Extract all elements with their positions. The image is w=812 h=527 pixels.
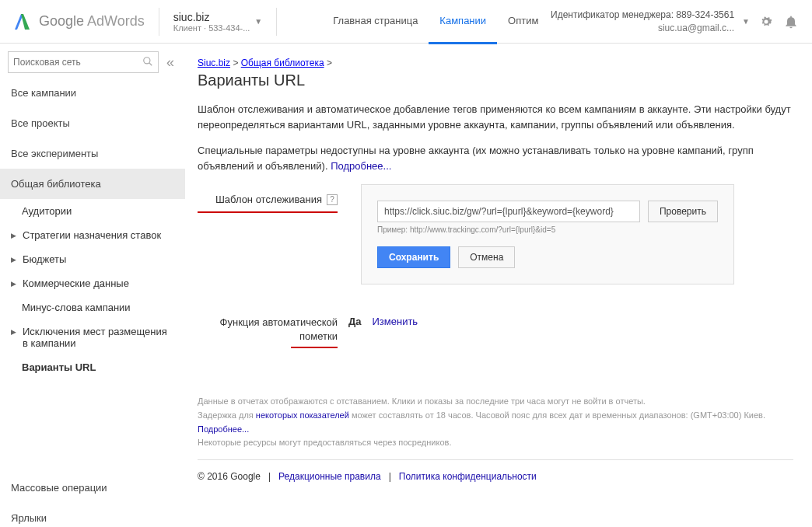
caret-right-icon: ▶ <box>11 280 16 288</box>
caret-right-icon: ▶ <box>11 328 16 336</box>
sidebar-item[interactable]: Аудитории <box>0 199 185 223</box>
logo[interactable]: Google AdWords <box>12 12 145 31</box>
svg-point-0 <box>144 57 150 63</box>
sidebar-item-label: Стратегии назначения ставок <box>23 229 161 241</box>
sidebar-item-label: Минус-слова кампании <box>22 302 131 313</box>
cancel-button[interactable]: Отмена <box>458 246 515 268</box>
client-sub: Клиент · 533-434-... <box>173 23 250 33</box>
sidebar-item[interactable]: ▶Исключения мест размещения в кампании <box>0 319 185 355</box>
chevron-down-icon: ▼ <box>254 17 262 26</box>
client-selector[interactable]: siuc.biz Клиент · 533-434-... ▼ <box>173 11 262 33</box>
chevron-down-icon[interactable]: ▼ <box>742 17 750 26</box>
auto-tagging-row: Функция автоматической пометки Да Измени… <box>198 316 793 348</box>
tab-home[interactable]: Главная страница <box>322 0 429 44</box>
header-divider <box>159 8 159 36</box>
gear-icon[interactable] <box>758 13 775 30</box>
search-input[interactable] <box>13 57 142 68</box>
main-content: Siuc.biz > Общая библиотека > Варианты U… <box>185 44 812 527</box>
sidebar-item[interactable]: ▶Коммерческие данные <box>0 271 185 295</box>
sidebar-item-label: Аудитории <box>22 205 72 217</box>
sidebar-item[interactable]: ▶Бюджеты <box>0 247 185 271</box>
header-divider <box>276 8 277 36</box>
copyright: © 2016 Google | Редакционные правила | П… <box>198 469 793 484</box>
logo-text: Google AdWords <box>39 13 145 30</box>
help-icon[interactable]: ? <box>327 194 338 205</box>
sidebar-item[interactable]: ▶Стратегии назначения ставок <box>0 223 185 247</box>
adwords-logo-icon <box>12 12 31 31</box>
label-underline <box>198 211 338 213</box>
sidebar-all-experiments[interactable]: Все эксперименты <box>0 138 185 169</box>
privacy-link[interactable]: Политика конфиденциальности <box>399 471 537 482</box>
sidebar-bulk-ops[interactable]: Массовые операции <box>0 473 185 503</box>
save-button[interactable]: Сохранить <box>377 246 450 268</box>
nav-tabs: Главная страница Кампании Оптим <box>322 0 549 44</box>
sidebar-item[interactable]: Варианты URL <box>0 355 185 379</box>
tab-optim[interactable]: Оптим <box>497 0 549 44</box>
breadcrumb-link[interactable]: Общая библиотека <box>241 58 324 68</box>
description-1: Шаблон отслеживания и автоматическое доб… <box>198 102 793 132</box>
sidebar-shared-library[interactable]: Общая библиотека <box>0 169 185 199</box>
auto-tagging-label: Функция автоматической пометки <box>198 316 338 348</box>
sidebar-item-label: Исключения мест размещения в кампании <box>23 326 174 349</box>
sidebar-item-label: Коммерческие данные <box>23 277 129 289</box>
breadcrumb-link[interactable]: Siuc.biz <box>198 58 230 68</box>
footer-notes: Данные в отчетах отображаются с отставан… <box>198 395 793 484</box>
change-link[interactable]: Изменить <box>373 316 418 327</box>
sidebar-all-campaigns[interactable]: Все кампании <box>0 78 185 108</box>
sidebar-item-label: Бюджеты <box>23 253 66 265</box>
manager-info: Идентификатор менеджера: 889-324-3561 si… <box>551 9 734 35</box>
sidebar-labels[interactable]: Ярлыки <box>0 503 185 527</box>
search-icon[interactable] <box>142 56 153 69</box>
example-text: Пример: http://www.trackingc.com/?url={l… <box>377 225 718 234</box>
tracking-form: Проверить Пример: http://www.trackingc.c… <box>361 184 734 284</box>
sidebar-item-label: Варианты URL <box>22 361 96 373</box>
sidebar: « Все кампании Все проекты Все экспериме… <box>0 44 185 527</box>
metrics-link[interactable]: некоторых показателей <box>256 410 349 420</box>
page-title: Варианты URL <box>198 72 793 89</box>
editorial-link[interactable]: Редакционные правила <box>278 471 381 482</box>
sidebar-all-projects[interactable]: Все проекты <box>0 108 185 138</box>
more-link[interactable]: Подробнее... <box>198 424 249 434</box>
more-link[interactable]: Подробнее... <box>331 160 391 172</box>
description-2: Специальные параметры недоступны на уров… <box>198 143 793 173</box>
bell-icon[interactable] <box>782 13 800 30</box>
auto-tagging-value: Да <box>348 316 362 327</box>
collapse-icon[interactable]: « <box>163 54 177 71</box>
search-input-wrap <box>8 51 159 73</box>
tracking-template-label: Шаблон отслеживания ? <box>198 184 338 284</box>
svg-line-1 <box>149 62 152 65</box>
caret-right-icon: ▶ <box>11 232 16 239</box>
tab-campaigns[interactable]: Кампании <box>429 0 497 44</box>
sidebar-item[interactable]: Минус-слова кампании <box>0 295 185 319</box>
client-name: siuc.biz <box>173 11 250 23</box>
breadcrumb: Siuc.biz > Общая библиотека > <box>198 58 793 68</box>
check-button[interactable]: Проверить <box>648 201 718 222</box>
app-header: Google AdWords siuc.biz Клиент · 533-434… <box>0 0 812 44</box>
caret-right-icon: ▶ <box>11 256 16 264</box>
sidebar-sub-list: Аудитории▶Стратегии назначения ставок▶Бю… <box>0 199 185 379</box>
tracking-template-input[interactable] <box>377 201 640 222</box>
